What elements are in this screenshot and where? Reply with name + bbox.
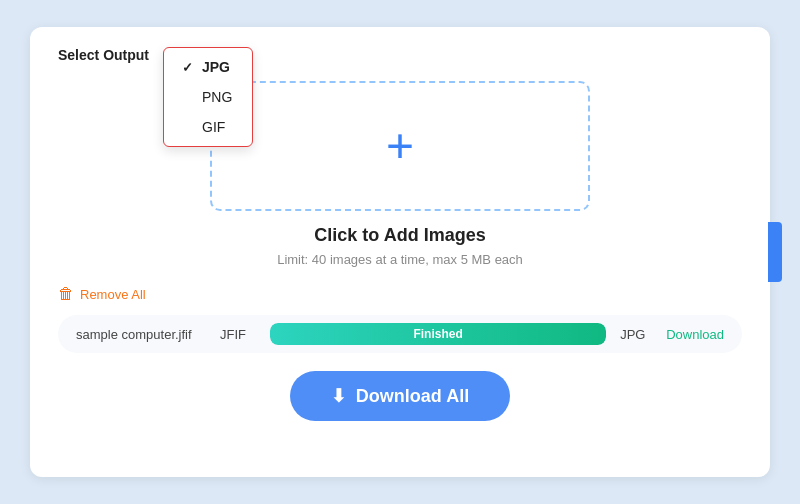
dropdown-item-jpg[interactable]: ✓ JPG [164, 52, 252, 82]
upload-area[interactable]: + [210, 81, 590, 211]
dropdown-item-label-jpg: JPG [202, 59, 230, 75]
dropdown-item-label-gif: GIF [202, 119, 225, 135]
progress-bar-container: Finished [270, 323, 606, 345]
input-format: JFIF [220, 327, 256, 342]
download-link[interactable]: Download [666, 327, 724, 342]
dropdown-item-gif[interactable]: GIF [164, 112, 252, 142]
select-output-label: Select Output [58, 47, 149, 63]
file-name: sample computer.jfif [76, 327, 206, 342]
upload-title: Click to Add Images [58, 225, 742, 246]
add-images-icon: + [386, 122, 414, 170]
side-tab [768, 222, 782, 282]
download-all-button[interactable]: ⬇ Download All [290, 371, 510, 421]
format-dropdown-menu[interactable]: ✓ JPG PNG GIF [163, 47, 253, 147]
upload-subtitle: Limit: 40 images at a time, max 5 MB eac… [58, 252, 742, 267]
progress-bar-fill: Finished [270, 323, 606, 345]
header-row: Select Output ✓ JPG PNG GIF [58, 47, 742, 63]
check-icon: ✓ [182, 60, 196, 75]
file-row: sample computer.jfif JFIF Finished JPG D… [58, 315, 742, 353]
check-placeholder2 [182, 120, 196, 135]
remove-all-row: 🗑 Remove All [58, 285, 742, 303]
progress-label: Finished [413, 327, 462, 341]
remove-all-button[interactable]: Remove All [80, 287, 146, 302]
trash-icon: 🗑 [58, 285, 74, 303]
dropdown-item-label-png: PNG [202, 89, 232, 105]
download-all-icon: ⬇ [331, 385, 346, 407]
check-placeholder [182, 90, 196, 105]
dropdown-item-png[interactable]: PNG [164, 82, 252, 112]
download-all-label: Download All [356, 386, 469, 407]
main-container: Select Output ✓ JPG PNG GIF + Click to A… [30, 27, 770, 477]
output-format: JPG [620, 327, 652, 342]
